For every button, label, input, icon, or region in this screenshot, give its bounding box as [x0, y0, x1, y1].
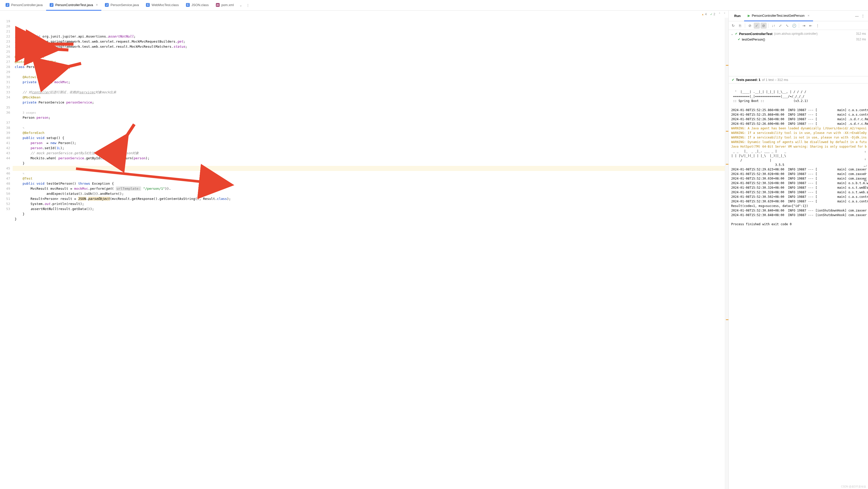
tab-label: JSON.class [191, 3, 209, 7]
code-line[interactable]: person = new Person(); [13, 141, 725, 146]
code-line[interactable] [13, 85, 725, 90]
code-line[interactable]: private PersonService personService; [13, 100, 725, 105]
code-line[interactable]: System.out.println(result); [13, 201, 725, 206]
code-line[interactable] [13, 69, 725, 75]
test-status-bar: ✔ Tests passed: 1 of 1 test – 312 ms [728, 76, 868, 83]
print-icon[interactable]: 🖶 [863, 178, 867, 182]
more-menu-icon[interactable]: ⋮ [860, 13, 866, 19]
show-ignored-icon[interactable]: ⊘ [761, 23, 767, 29]
code-line[interactable]: Result<Person> result = JSON.parseObject… [13, 196, 725, 201]
code-line[interactable]: 3 usages [13, 110, 725, 115]
file-tab[interactable]: PersonControllerTest.java× [46, 0, 101, 11]
settings-icon[interactable]: ⋮ [814, 23, 820, 29]
pass-icon: ✔ [738, 37, 740, 41]
tab-label: PersonService.java [111, 3, 139, 7]
code-line[interactable]: @AutoConfigureMockMvc [13, 59, 725, 64]
code-line[interactable]: public void setup() { [13, 136, 725, 141]
tests-passed-detail: of 1 test – 312 ms [762, 78, 788, 82]
history-icon[interactable]: 🕘 [791, 23, 797, 29]
code-line[interactable]: ✎ [13, 171, 725, 176]
code-line[interactable]: } [13, 161, 725, 166]
tabs-dropdown-icon[interactable]: ⌄ [238, 3, 244, 7]
code-line[interactable] [13, 120, 725, 125]
code-line[interactable] [13, 49, 725, 54]
code-editor[interactable]: import static org.junit.jupiter.api.Asse… [13, 18, 725, 489]
code-line[interactable] [13, 105, 725, 110]
error-stripe[interactable] [725, 18, 728, 489]
tab-label: PersonControllerTest.java [55, 3, 93, 7]
watermark: CSDN @老D不是传说 [841, 485, 866, 488]
inspection-ok-badge[interactable]: 2 [710, 12, 715, 16]
code-line[interactable]: } [13, 211, 725, 217]
code-line[interactable]: // mock personService.getById方法，当id为1时返回… [13, 151, 725, 156]
file-tab[interactable]: WebMvcTest.class [143, 0, 182, 11]
code-line[interactable] [13, 29, 725, 34]
run-config-tab[interactable]: ▶ PersonControllerTest.testGetPerson × [744, 11, 813, 21]
test-toolbar: ↻ ⎘ ⊘ ✓ ⊘ ↓↑ ⤢ ⤡ 🕘 ⇥ ⇤ ⋮ [728, 21, 868, 30]
export-icon[interactable]: ⇤ [808, 23, 814, 29]
show-passed-icon[interactable]: ⊘ [747, 23, 753, 29]
file-icon [146, 3, 150, 7]
file-icon [216, 3, 220, 7]
code-line[interactable]: MvcResult mvcResult = mockMvc.perform(ge… [13, 186, 725, 191]
code-line[interactable]: Mockito.when( personService.getById(1L))… [13, 156, 725, 161]
inspection-nav-down-icon[interactable]: ˅ [724, 12, 725, 16]
file-tab[interactable]: PersonService.java [101, 0, 143, 11]
sort-icon[interactable]: ↓↑ [771, 23, 777, 29]
code-line[interactable]: ✎ [13, 125, 725, 131]
file-icon [50, 3, 54, 7]
test-tree[interactable]: ⌄ ✔ PersonControllerTest (com.atshuo.spr… [728, 30, 868, 43]
editor-tabs: PersonController.javaPersonControllerTes… [0, 0, 868, 11]
code-line[interactable]: @SpringBootTest [13, 54, 725, 59]
code-line[interactable] [13, 166, 725, 171]
editor-pane: 4 2 ˄ ˅ 192021222324▶2526272829303132333… [0, 11, 728, 489]
tabs-more-icon[interactable]: ⋮ [244, 3, 252, 7]
code-line[interactable]: @Autowired [13, 75, 725, 80]
inspection-warning-badge[interactable]: 4 [702, 12, 707, 16]
code-line[interactable]: person.setId(1L); [13, 146, 725, 151]
scroll-down-icon[interactable]: ↓ [864, 156, 866, 161]
run-tool-label[interactable]: Run [731, 11, 744, 21]
file-tab[interactable]: JSON.class [182, 0, 212, 11]
inspection-nav-up-icon[interactable]: ˄ [719, 12, 720, 16]
file-icon [186, 3, 190, 7]
code-line[interactable]: class PersonControllerTest { [13, 64, 725, 69]
test-method-row[interactable]: ✔ testGetPerson() 312 ms [731, 36, 866, 42]
code-line[interactable]: // 对contoller层进行测试，依赖的servicec对象mock出来 [13, 90, 725, 95]
pass-icon: ✔ [732, 78, 735, 82]
file-icon [6, 3, 9, 7]
test-root-row[interactable]: ⌄ ✔ PersonControllerTest (com.atshuo.spr… [731, 31, 866, 36]
code-line[interactable]: @BeforeEach [13, 131, 725, 136]
chevron-down-icon: ⌄ [731, 32, 734, 36]
file-tab[interactable]: PersonController.java [2, 0, 46, 11]
clear-icon[interactable]: 🗑 [863, 185, 867, 190]
minimize-icon[interactable]: — [854, 13, 860, 19]
file-tab[interactable]: pom.xml [212, 0, 238, 11]
scroll-up-icon[interactable]: ↑ [864, 149, 866, 154]
rerun-icon[interactable]: ↻ [730, 23, 736, 29]
code-line[interactable]: private MockMvc mockMvc; [13, 80, 725, 85]
code-line[interactable]: import static org.springframework.test.w… [13, 44, 725, 49]
line-number-gutter[interactable]: 192021222324▶252627282930313233343536373… [0, 18, 13, 489]
tab-label: WebMvcTest.class [152, 3, 179, 7]
code-line[interactable]: assertNotNull(result.getData()); [13, 206, 725, 211]
code-line[interactable]: import static org.springframework.test.w… [13, 39, 725, 44]
code-line[interactable]: @Test [13, 176, 725, 181]
show-passed-toggle-icon[interactable]: ✓ [754, 23, 760, 29]
code-line[interactable]: import static org.junit.jupiter.api.Asse… [13, 34, 725, 39]
toggle-auto-icon[interactable]: ⎘ [737, 23, 743, 29]
close-icon[interactable]: × [96, 3, 98, 7]
code-line[interactable]: public void testGetPerson() throws Excep… [13, 181, 725, 186]
code-line[interactable]: } [13, 217, 725, 222]
code-line[interactable]: andExpect(status().isOk()).andReturn(); [13, 191, 725, 196]
code-line[interactable]: @MockBean [13, 95, 725, 100]
close-icon[interactable]: × [807, 14, 809, 18]
console-output[interactable]: ' |____| .__|_| |_|_| |_\__, | / / / / =… [728, 83, 868, 489]
expand-all-icon[interactable]: ⤢ [777, 23, 783, 29]
run-icon: ▶ [748, 14, 750, 18]
scroll-to-end-icon[interactable]: ⭳ [863, 171, 867, 175]
code-line[interactable]: Person person; [13, 115, 725, 120]
soft-wrap-icon[interactable]: ⮐ [863, 164, 867, 168]
import-icon[interactable]: ⇥ [801, 23, 807, 29]
collapse-all-icon[interactable]: ⤡ [784, 23, 790, 29]
